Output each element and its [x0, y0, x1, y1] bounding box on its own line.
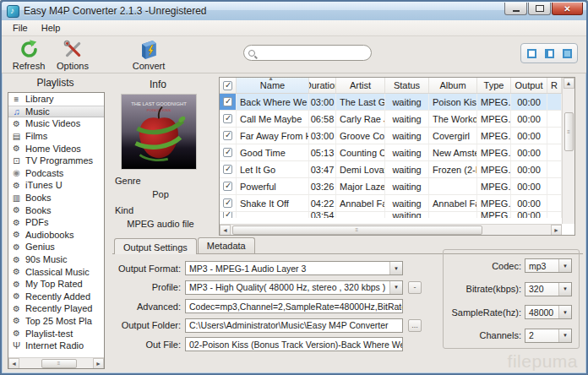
table-row[interactable]: Call Me Maybe 06:58 Carly Rae Je... wait… [220, 111, 574, 128]
row-checkbox[interactable] [220, 212, 237, 218]
dropdown-arrow-icon[interactable] [389, 281, 402, 294]
sidebar-item-my-top-rated[interactable]: ⚙ My Top Rated [8, 278, 104, 291]
menu-item-help[interactable]: Help [35, 21, 67, 35]
table-row[interactable]: Good Time 05:13 Counting Cr... waiting N… [220, 144, 574, 161]
view-mode-2-button[interactable] [542, 46, 557, 61]
sidebar-item-genius[interactable]: ⚙ Genius [8, 241, 104, 253]
column-header-duration[interactable]: Duration [309, 78, 336, 93]
options-icon [62, 39, 84, 60]
sidebar-item-home-videos[interactable]: ⚙ Home Videos [8, 142, 104, 155]
row-checkbox[interactable] [220, 161, 237, 177]
sidebar-item-itunes-u[interactable]: ⚙ iTunes U [8, 179, 104, 192]
field-select[interactable]: 48000 [525, 305, 572, 319]
field-input[interactable]: C:\Users\Administrator\Music\Easy M4P Co… [185, 318, 403, 333]
album-art: THE LAST GOODNIGHT POISON KISS [121, 94, 197, 170]
column-header-output[interactable]: Output [511, 78, 547, 93]
row-checkbox[interactable] [220, 144, 237, 160]
refresh-button[interactable]: Refresh [7, 37, 51, 73]
column-header-album[interactable]: Album [429, 78, 477, 93]
sidebar-item-recently-added[interactable]: ⚙ Recently Added [8, 291, 104, 303]
dropdown-arrow-icon[interactable] [558, 259, 571, 272]
view-mode-1-button[interactable] [524, 46, 539, 61]
options-button[interactable]: Options [51, 37, 95, 73]
field-input[interactable]: MP3 - High Quality( 48000 Hz, stereo , 3… [185, 280, 403, 295]
dropdown-arrow-icon[interactable] [558, 283, 571, 296]
menu-item-file[interactable]: File [7, 21, 34, 35]
view-list-icon [527, 49, 536, 58]
column-header-type[interactable]: Type [477, 78, 511, 93]
field-select[interactable]: mp3 [525, 258, 572, 273]
sidebar-item-pdfs[interactable]: ⚙ PDFs [8, 216, 104, 229]
scroll-up-icon[interactable]: ▲ [564, 78, 574, 89]
table-horizontal-scrollbar[interactable]: ◄ ≡ ► [220, 224, 562, 235]
row-checkbox[interactable] [220, 94, 237, 110]
scroll-left-icon[interactable]: ◄ [8, 358, 19, 369]
table-row[interactable]: Shake It Off 04:22 Annabel Fay waiting A… [220, 195, 574, 212]
sidebar-item-books[interactable]: ▥ Books [8, 192, 104, 204]
row-checkbox[interactable] [220, 111, 237, 127]
top-area: Info THE LAST GOODNIGHT [109, 73, 586, 236]
field-extra-button[interactable]: - [408, 281, 422, 294]
field-input[interactable]: Codec=mp3,Channel=2,SampleRate=48000Hz,B… [185, 299, 403, 313]
column-header-r[interactable]: R [547, 78, 562, 93]
field-input[interactable]: MP3 - MPEG-1 Audio Layer 3 [185, 261, 403, 275]
maximize-button[interactable] [528, 3, 551, 15]
scrollbar-thumb[interactable]: ≡ [232, 226, 482, 235]
sidebar-item-audiobooks[interactable]: ⚙ Audiobooks [8, 229, 104, 242]
scroll-right-icon[interactable]: ► [551, 225, 562, 236]
sidebar-item-books[interactable]: ⚙ Books [8, 204, 104, 216]
sidebar-item-classical-music[interactable]: ⚙ Classical Music [8, 265, 104, 278]
tab-output-settings[interactable]: Output Settings [114, 238, 197, 254]
column-header-status[interactable]: Status [385, 78, 429, 93]
scroll-left-icon[interactable]: ◄ [220, 225, 231, 236]
sidebar-item-playlist-test[interactable]: ⚙ Playlist-test [8, 327, 104, 340]
sidebar-item-90s-music[interactable]: ⚙ 90s Music [8, 253, 104, 266]
dropdown-arrow-icon[interactable] [389, 262, 402, 274]
close-button[interactable] [552, 3, 583, 15]
sidebar-horizontal-scrollbar[interactable]: ◄ ≡ ► [8, 357, 104, 368]
sidebar-item-music[interactable]: ♫ Music [8, 106, 104, 118]
convert-button[interactable]: Convert [127, 37, 171, 73]
field-input[interactable]: 02-Poison Kiss (Bonus Track Version)-Bac… [185, 337, 403, 351]
table-row[interactable]: Powerful 03:26 Major Lazer,... waiting M… [220, 178, 574, 195]
scrollbar-thumb[interactable]: ≡ [41, 359, 77, 368]
cell-status: waiting [385, 195, 429, 211]
sidebar-item-podcasts[interactable]: ◉ Podcasts [8, 167, 104, 180]
sidebar-item-library[interactable]: ≡ Library [8, 93, 104, 106]
table-row[interactable]: 03:54 waiting MPEG... 00:00 [220, 212, 574, 218]
cell-output: 00:00 [511, 178, 547, 194]
table-row[interactable]: Back Where We ... 03:00 The Last Go... w… [220, 94, 574, 111]
field-select[interactable]: 2 [525, 329, 572, 343]
window-controls [504, 3, 583, 15]
row-checkbox[interactable] [220, 178, 237, 194]
sidebar-item-music-videos[interactable]: ⚙ Music Videos [8, 117, 104, 130]
field-select[interactable]: 320 [525, 282, 572, 296]
tab-metadata[interactable]: Metadata [198, 237, 255, 253]
column-header-artist[interactable]: Artist [336, 78, 385, 93]
minimize-button[interactable] [504, 3, 527, 15]
row-checkbox[interactable] [220, 195, 237, 211]
select-all-checkbox[interactable] [220, 78, 237, 93]
gear-icon: ⚙ [11, 119, 22, 128]
sidebar-item-recently-played[interactable]: ⚙ Recently Played [8, 302, 104, 315]
field-extra-button[interactable]: ... [408, 319, 422, 332]
dropdown-arrow-icon[interactable] [558, 306, 571, 318]
search-input[interactable] [243, 45, 372, 61]
table-vertical-scrollbar[interactable]: ▲ ≡ [562, 78, 574, 224]
sidebar-item-internet-radio[interactable]: Ψ Internet Radio [8, 340, 104, 352]
cell-type: MPEG... [477, 212, 511, 218]
view-mode-3-button[interactable] [559, 46, 574, 61]
sidebar-item-films[interactable]: ▤ Films [8, 130, 104, 143]
scrollbar-thumb[interactable]: ≡ [564, 112, 574, 151]
column-header-name[interactable]: Name [237, 78, 309, 93]
sidebar-item-tv-programmes[interactable]: ⊡ TV Programmes [8, 155, 104, 167]
track-table: Name Duration Artist Status Album Type O… [219, 77, 575, 236]
table-row[interactable]: Far Away From H... 03:00 Groove Cov... w… [220, 128, 574, 144]
row-checkbox[interactable] [220, 128, 237, 144]
field-label: Profile: [112, 282, 185, 292]
content-area: Info THE LAST GOODNIGHT [109, 73, 586, 374]
sidebar-item-top-25-most-pla[interactable]: ⚙ Top 25 Most Pla [8, 315, 104, 328]
dropdown-arrow-icon[interactable] [558, 329, 571, 342]
table-row[interactable]: Let It Go 03:47 Demi Lovato waiting Froz… [220, 161, 574, 178]
scroll-right-icon[interactable]: ► [93, 358, 104, 369]
